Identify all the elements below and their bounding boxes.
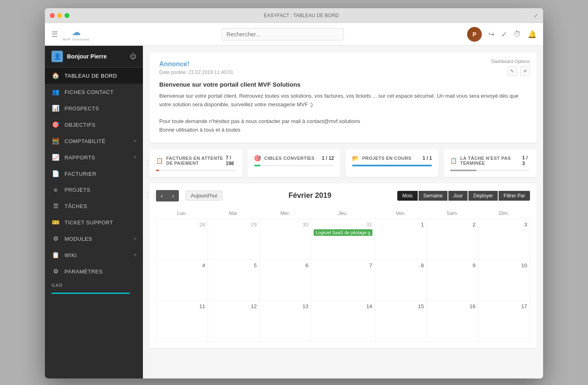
- app-container: ☰ ☁ MVF Solutions P ↪ ✓ ⏱ 🔔: [45, 23, 543, 378]
- cal-cell-10: 10: [478, 260, 530, 300]
- calendar-today-button[interactable]: Aujourd'hui: [185, 190, 223, 201]
- cal-cell-4: 4: [156, 260, 208, 300]
- stat-card-taches: 📋 LA TÂCHE N'EST PAS TERMINÉE 1 / 3: [443, 149, 537, 177]
- sidebar-label-projets: PROJETS: [65, 187, 136, 193]
- taches-bar: [450, 170, 477, 171]
- cal-header-mar: Mar.: [208, 208, 259, 219]
- cal-header-ven: Ven.: [375, 208, 426, 219]
- calendar-event-saas[interactable]: Logiciel SaaS de pilotage g: [314, 229, 372, 236]
- announcement-body-line2: Pour toute demande n'hésitez pas à nous …: [159, 117, 527, 126]
- comptabilite-icon: 🧮: [51, 137, 60, 145]
- cibles-stat-value: 1 / 12: [322, 155, 334, 161]
- sidebar-item-tableau-de-bord[interactable]: 🏠 TABLEAU DE BORD: [45, 67, 143, 84]
- calendar-next-button[interactable]: ›: [167, 190, 179, 201]
- taches-bar-container: [450, 170, 530, 171]
- taches-stat-value: 1 / 3: [522, 155, 530, 166]
- check-icon[interactable]: ✓: [501, 30, 507, 39]
- sidebar-item-comptabilite[interactable]: 🧮 COMPTABILITÉ <: [45, 133, 143, 149]
- sidebar-item-objectifs[interactable]: 🎯 OBJECTIFS: [45, 116, 143, 133]
- sidebar-user-header: 👤 Bonjour Pierre ⏻: [45, 46, 143, 67]
- cal-cell-6: 6: [259, 260, 311, 300]
- cal-cell-13: 13: [259, 300, 311, 341]
- calendar-toolbar: ‹ › Aujourd'hui Février 2019 Mois Semain…: [156, 190, 530, 201]
- sidebar-item-projets[interactable]: ≡ PROJETS: [45, 182, 143, 198]
- sidebar-item-facturier[interactable]: 📄 FACTURIER: [45, 166, 143, 182]
- cal-header-dim: Dim.: [478, 208, 530, 219]
- sidebar-label-rapports: RAPPORTS: [65, 154, 129, 161]
- cal-cell-3: 3: [478, 219, 530, 260]
- sidebar-label-tableau-de-bord: TABLEAU DE BORD: [65, 73, 136, 79]
- search-input[interactable]: [221, 28, 344, 40]
- calendar-prev-button[interactable]: ‹: [156, 190, 167, 201]
- sidebar-label-facturier: FACTURIER: [65, 171, 136, 177]
- share-icon[interactable]: ↪: [488, 30, 494, 39]
- sidebar-item-wiki[interactable]: 📋 WIKI <: [45, 247, 143, 263]
- cal-header-sam: Sam.: [426, 208, 478, 219]
- power-icon[interactable]: ⏻: [130, 53, 136, 60]
- calendar-card: ‹ › Aujourd'hui Février 2019 Mois Semain…: [149, 184, 537, 348]
- cal-cell-28: 28: [156, 219, 208, 260]
- dot-yellow[interactable]: [57, 13, 62, 18]
- sidebar-item-modules[interactable]: ⚙ MODULES <: [45, 231, 143, 247]
- close-dashboard-button[interactable]: ✕: [520, 66, 530, 76]
- edit-dashboard-button[interactable]: ✎: [507, 66, 517, 76]
- calendar-drag-handle: ⋮⋮: [145, 192, 158, 199]
- projets-bar-container: [352, 165, 432, 166]
- announcement-welcome-title: Bienvenue sur votre portail client MVF S…: [159, 81, 527, 88]
- bell-icon[interactable]: 🔔: [528, 30, 537, 39]
- sidebar-label-parametres: PARAMÈTRES: [65, 269, 136, 275]
- factures-stat-label: FACTURES EN ATTENTE DE PAIEMENT: [166, 156, 226, 166]
- dot-red[interactable]: [50, 13, 55, 18]
- sidebar-label-wiki: WIKI: [65, 252, 129, 258]
- sidebar-item-rapports[interactable]: 📈 RAPPORTS <: [45, 149, 143, 166]
- calendar-week-1: 28 29 30 31: [156, 219, 530, 260]
- cal-cell-2: 2: [426, 219, 478, 260]
- browser-title: EASYFACT : TABLEAU DE BORD: [69, 13, 533, 18]
- hamburger-icon[interactable]: ☰: [51, 30, 58, 39]
- objectifs-icon: 🎯: [51, 121, 60, 128]
- stat-card-factures: 📋 FACTURES EN ATTENTE DE PAIEMENT 7 / 19…: [149, 149, 243, 177]
- calendar-view-day[interactable]: Jour: [448, 191, 468, 201]
- sidebar-user-name: Bonjour Pierre: [67, 53, 107, 60]
- calendar-view-month[interactable]: Mois: [397, 191, 417, 201]
- stats-drag-handle: ⋮⋮: [145, 159, 158, 167]
- sidebar-item-prospects[interactable]: 📊 PROSPECTS: [45, 100, 143, 116]
- cal-header-mer: Mer.: [259, 208, 311, 219]
- sidebar-footer-label: GAR: [45, 280, 143, 291]
- projets-bar: [352, 165, 432, 166]
- projets-icon: ≡: [51, 186, 60, 193]
- calendar-title: Février 2019: [288, 191, 331, 200]
- chevron-icon-wiki: <: [134, 252, 136, 258]
- announcement-body: Bienvenue sur votre portail client. Retr…: [159, 92, 527, 134]
- cal-cell-11: 11: [156, 300, 208, 341]
- sidebar-item-taches[interactable]: ☰ TÂCHES: [45, 198, 143, 214]
- cal-cell-14: 14: [311, 300, 375, 341]
- announcement-date: Date postée: 21.02.2019 11:40:01: [159, 69, 527, 75]
- cal-cell-9: 9: [426, 260, 478, 300]
- sidebar-item-fiches-contact[interactable]: 👥 FICHES CONTACT: [45, 84, 143, 100]
- chevron-icon-rapports: <: [134, 154, 136, 160]
- cibles-bar-container: [254, 165, 334, 166]
- dashboard-options-label: Dashboard Options: [491, 59, 530, 64]
- dashboard-options: Dashboard Options ✎ ✕: [491, 59, 530, 76]
- sidebar-item-parametres[interactable]: ⚙ PARAMÈTRES: [45, 263, 143, 280]
- taches-stat-icon: 📋: [450, 157, 457, 164]
- cibles-bar: [254, 165, 261, 166]
- calendar-view-week[interactable]: Semaine: [419, 191, 448, 201]
- clock-icon[interactable]: ⏱: [514, 30, 521, 38]
- stat-card-cibles: 🎯 CIBLES CONVERTIES 1 / 12: [247, 149, 341, 177]
- dot-green[interactable]: [65, 13, 69, 18]
- cal-cell-16: 16: [426, 300, 478, 341]
- avatar[interactable]: P: [467, 27, 482, 42]
- browser-expand-icon[interactable]: ⤢: [533, 12, 538, 19]
- factures-bar: [156, 170, 159, 171]
- sidebar-label-ticket-support: TICKET SUPPORT: [65, 219, 136, 226]
- announcement-body-line3: Bonne utilisation à tous et à toutes: [159, 126, 527, 134]
- cal-cell-7: 7: [311, 260, 375, 300]
- calendar-view-filter[interactable]: Filtrer Par: [499, 191, 530, 201]
- cal-cell-29: 29: [208, 219, 259, 260]
- sidebar-item-ticket-support[interactable]: 🎫 TICKET SUPPORT: [45, 214, 143, 231]
- cal-cell-17: 17: [478, 300, 530, 341]
- calendar-view-deploy[interactable]: Déployer: [468, 191, 498, 201]
- sidebar-label-objectifs: OBJECTIFS: [65, 122, 136, 128]
